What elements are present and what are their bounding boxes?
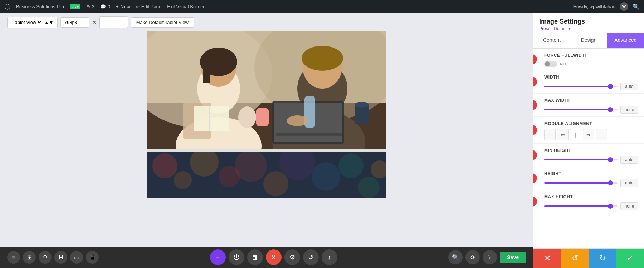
tablet-button[interactable]: ▭ [70, 251, 83, 264]
wp-logo-icon[interactable]: ⬡ [4, 2, 10, 11]
mobile-button[interactable]: 📱 [86, 251, 99, 264]
live-badge: Live [70, 4, 80, 9]
settings-button[interactable]: ⚙ [284, 249, 300, 265]
align-center-right-button[interactable]: ⇒ [583, 129, 594, 140]
max-height-slider-track[interactable] [544, 205, 618, 207]
add-element-button[interactable]: + [210, 249, 226, 265]
svg-rect-9 [203, 62, 210, 83]
delete-button[interactable]: 🗑 [247, 249, 263, 265]
tab-design[interactable]: Design [570, 33, 607, 48]
power-button[interactable]: ⏻ [229, 249, 244, 265]
svg-rect-18 [276, 133, 342, 136]
max-width-value: none [620, 106, 638, 114]
width-label: Width [544, 75, 638, 80]
step-1: 1 [533, 54, 537, 64]
discard-button[interactable]: ✕ [533, 249, 561, 268]
min-height-slider-thumb[interactable] [608, 157, 613, 162]
view-select[interactable]: Tablet View ▲▼ [7, 17, 58, 28]
tab-content[interactable]: Content [533, 33, 570, 48]
panel-content: 1 Force Fullwidth NO 2 Width [533, 49, 644, 248]
px-input[interactable] [60, 17, 89, 28]
px-extra-input[interactable] [99, 16, 128, 28]
force-fullwidth-row: 1 Force Fullwidth NO [533, 49, 644, 70]
min-height-slider-row: auto [544, 156, 638, 164]
width-slider-fill [544, 86, 610, 87]
exit-builder-item[interactable]: Exit Visual Builder [167, 4, 205, 9]
search-icon[interactable]: 🔍 [633, 3, 640, 10]
make-default-button[interactable]: Make Default Tablet View [131, 17, 194, 28]
module-alignment-row: 4 Module Alignment ← ⇐ | ⇒ → [533, 117, 644, 144]
max-height-slider-row: none [544, 202, 638, 210]
width-row: 2 Width auto [533, 70, 644, 94]
close-px-button[interactable]: ✕ [92, 19, 97, 26]
bottom-left-tools: ≡ ⊞ ⚲ 🖥 ▭ 📱 [7, 251, 99, 264]
close-button[interactable]: ✕ [266, 249, 282, 265]
width-value: auto [620, 83, 638, 90]
step-7: 7 [533, 197, 537, 207]
height-slider-thumb[interactable] [608, 180, 613, 185]
hamburger-button[interactable]: ≡ [7, 251, 20, 264]
desktop-button[interactable]: 🖥 [54, 251, 67, 264]
width-slider-thumb[interactable] [608, 84, 613, 89]
step-6: 6 [533, 173, 537, 183]
panel-bottom: ✕ ↺ ↻ ✓ [533, 248, 644, 268]
max-width-label: Max Width [544, 98, 638, 103]
dropdown-arrow-icon: ▲▼ [44, 20, 54, 25]
view-select-dropdown[interactable]: Tablet View [11, 19, 42, 25]
image-block-2 [147, 152, 386, 198]
panel-title: Image Settings [539, 18, 638, 25]
undo-button[interactable]: ↺ [561, 249, 589, 268]
help-button[interactable]: ? [483, 250, 497, 264]
comment-icon: 💬 [100, 4, 106, 9]
height-slider-track[interactable] [544, 182, 618, 184]
step-4: 4 [533, 125, 537, 135]
svg-rect-38 [147, 152, 386, 198]
zoom-button[interactable]: 🔍 [448, 250, 463, 264]
height-slider-fill [544, 182, 610, 184]
panel-tabs: Content Design Advanced [533, 33, 644, 49]
bottom-right-tools: 🔍 ⟳ ? Save [448, 250, 526, 264]
site-name[interactable]: Business Solutions Pro [16, 4, 64, 9]
history-button[interactable]: ↺ [303, 249, 319, 265]
svg-rect-22 [256, 108, 269, 126]
svg-point-20 [355, 102, 369, 108]
comments-item[interactable]: 💬 0 [100, 4, 110, 9]
width-slider-track[interactable] [544, 86, 618, 87]
confirm-button[interactable]: ✓ [616, 249, 644, 268]
bottom-toolbar: ≡ ⊞ ⚲ 🖥 ▭ 📱 + ⏻ 🗑 ✕ ⚙ ↺ ↕ 🔍 ⟳ ? Save [0, 247, 533, 268]
panel-preset[interactable]: Preset: Default ▾ [539, 26, 638, 31]
new-item[interactable]: + New [116, 4, 130, 9]
svg-rect-19 [355, 105, 369, 124]
max-width-slider-thumb[interactable] [608, 107, 613, 112]
align-left-button[interactable]: ← [544, 129, 556, 140]
toggle-value: NO [560, 62, 566, 66]
sort-button[interactable]: ↕ [322, 249, 337, 265]
height-slider-row: auto [544, 179, 638, 187]
avatar[interactable]: W [620, 2, 628, 11]
min-height-label: Min Height [544, 148, 638, 153]
align-center-button[interactable]: | [570, 129, 581, 140]
refresh-button[interactable]: ⟳ [465, 250, 480, 264]
plus-icon: + [116, 4, 119, 9]
width-slider-row: auto [544, 83, 638, 90]
force-fullwidth-toggle[interactable] [544, 61, 557, 67]
grid-button[interactable]: ⊞ [23, 251, 36, 264]
align-center-left-button[interactable]: ⇐ [557, 129, 569, 140]
min-height-value: auto [620, 156, 638, 164]
max-width-slider-fill [544, 109, 610, 110]
max-height-slider-thumb[interactable] [608, 204, 613, 209]
business-image-1 [147, 31, 386, 149]
updates-item[interactable]: ⊕ 2 [86, 4, 94, 9]
chevron-down-icon: ▾ [569, 26, 571, 31]
tab-advanced[interactable]: Advanced [607, 33, 644, 48]
save-button[interactable]: Save [500, 252, 526, 263]
max-width-slider-track[interactable] [544, 109, 618, 110]
view-toolbar: Tablet View ▲▼ ✕ Make Default Tablet Vie… [0, 13, 533, 31]
align-right-button[interactable]: → [596, 129, 607, 140]
step-2: 2 [533, 77, 537, 87]
redo-button[interactable]: ↻ [589, 249, 616, 268]
edit-page-item[interactable]: ✏ Edit Page [136, 4, 161, 9]
min-height-slider-track[interactable] [544, 159, 618, 160]
image-block-1 [147, 31, 386, 149]
link-button[interactable]: ⚲ [39, 251, 52, 264]
